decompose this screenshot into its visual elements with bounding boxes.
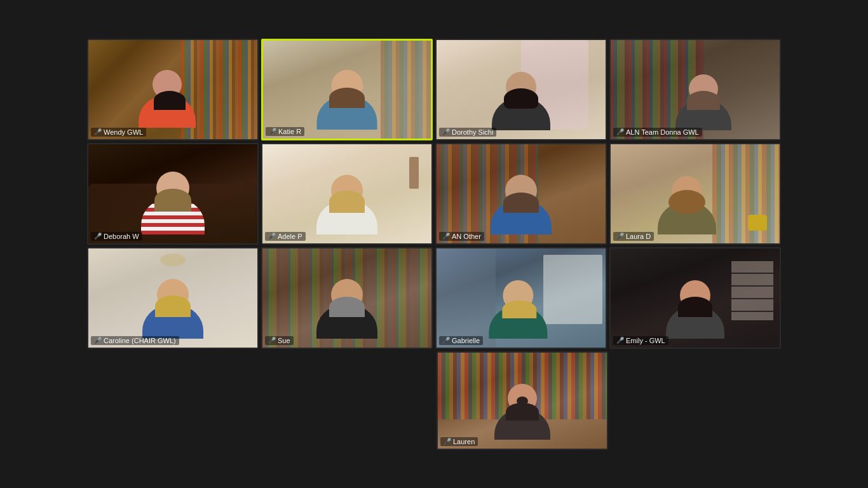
video-row-2: 🎤 Deborah W 🎤 Adele P [87,143,781,245]
mic-muted-icon-deborah: 🎤 [94,233,102,240]
mic-muted-icon-sue: 🎤 [268,337,276,344]
tile-label-sue: 🎤 Sue [265,336,294,345]
video-tile-another[interactable]: 🎤 AN Other [435,143,607,245]
video-tile-laura[interactable]: 🎤 Laura D [609,143,781,245]
mic-muted-icon-another: 🎤 [442,233,450,240]
tile-label-katie: 🎤 Katie R [266,127,304,136]
video-tile-lauren[interactable]: 🎤 Lauren [437,351,608,450]
video-tile-sue[interactable]: 🎤 Sue [261,247,433,349]
video-meeting-container: 🎤 Wendy GWL 🎤 Katie R [87,39,781,450]
tile-label-adele: 🎤 Adele P [265,232,306,241]
mic-muted-icon-katie: 🎤 [269,128,276,135]
tile-label-another: 🎤 AN Other [439,232,484,241]
video-row-1: 🎤 Wendy GWL 🎤 Katie R [87,39,781,140]
video-tile-katie[interactable]: 🎤 Katie R [261,39,433,140]
tile-label-caroline: 🎤 Caroline (CHAIR GWL) [91,336,179,345]
tile-label-aln: 🎤 ALN Team Donna GWL [613,128,702,137]
video-tile-emily[interactable]: 🎤 Emily - GWL [609,247,781,349]
tile-label-dorothy: 🎤 Dorothy Sichi [439,128,496,137]
video-tile-adele[interactable]: 🎤 Adele P [261,143,433,245]
mic-muted-icon-aln: 🎤 [616,128,624,135]
mic-muted-icon-wendy: 🎤 [94,128,102,135]
video-tile-wendy[interactable]: 🎤 Wendy GWL [87,39,259,140]
video-row-4: 🎤 Lauren [260,351,608,450]
tile-label-gabrielle: 🎤 Gabrielle [439,336,483,345]
mic-muted-icon-gabrielle: 🎤 [442,337,450,344]
tile-label-wendy: 🎤 Wendy GWL [91,128,146,137]
video-tile-dorothy[interactable]: 🎤 Dorothy Sichi [435,39,607,140]
video-tile-gabrielle[interactable]: 🎤 Gabrielle [435,247,607,349]
tile-label-lauren: 🎤 Lauren [440,437,478,446]
video-tile-deborah[interactable]: 🎤 Deborah W [87,143,259,245]
mic-on-icon-adele: 🎤 [268,233,276,240]
mic-muted-icon-emily: 🎤 [616,337,624,344]
video-tile-aln[interactable]: 🎤 ALN Team Donna GWL [609,39,781,140]
mic-muted-icon-dorothy: 🎤 [442,128,450,135]
tile-label-emily: 🎤 Emily - GWL [613,336,668,345]
video-tile-caroline[interactable]: 🎤 Caroline (CHAIR GWL) [87,247,259,349]
tile-label-deborah: 🎤 Deborah W [91,232,142,241]
mic-muted-icon-caroline: 🎤 [94,337,102,344]
mic-muted-icon-lauren: 🎤 [444,438,451,445]
tile-label-laura: 🎤 Laura D [613,232,654,241]
video-row-3: 🎤 Caroline (CHAIR GWL) 🎤 Sue [87,247,781,349]
mic-muted-icon-laura: 🎤 [616,233,624,240]
